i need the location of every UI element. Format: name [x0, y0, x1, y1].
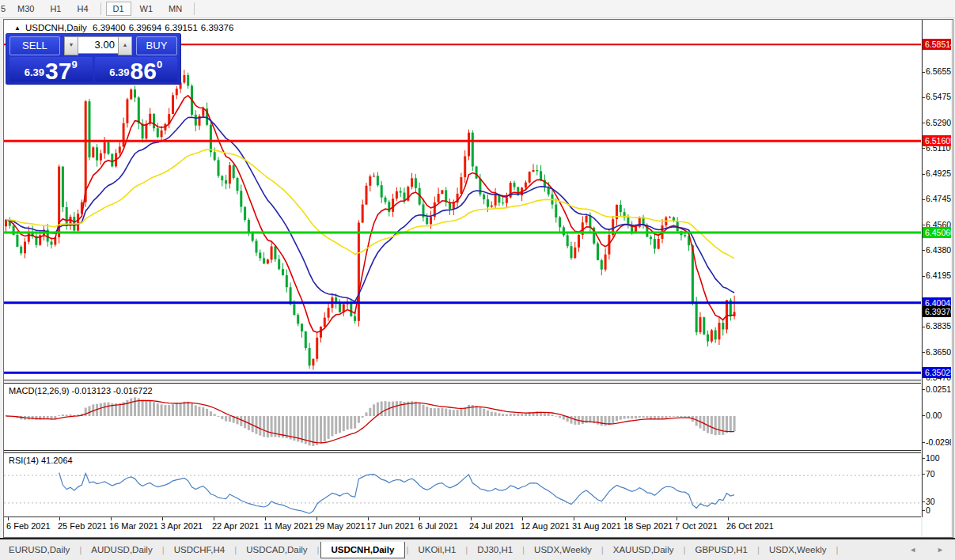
- tab-separator: |: [79, 545, 81, 554]
- ask-price-prefix: 6.39: [109, 66, 129, 78]
- time-axis[interactable]: 6 Feb 202125 Feb 202116 Mar 20213 Apr 20…: [4, 517, 921, 536]
- rsi-tick-label: 0: [926, 505, 930, 515]
- ask-price-big: 86: [131, 60, 157, 81]
- price-axis[interactable]: 6.565506.547506.529006.511006.492506.474…: [923, 20, 951, 536]
- ma-line-medium: [6, 117, 735, 301]
- ohlc-close: 6.39376: [201, 23, 234, 32]
- price-tick-mark: [923, 174, 925, 175]
- one-click-trade-panel: SELL ▼ 3.00 ▲ BUY 6.39 37 9 6.39 86 0: [6, 33, 181, 85]
- chart-tab-usdcnh-daily[interactable]: USDCNH,Daily: [320, 542, 406, 558]
- bid-quote[interactable]: 6.39 37 9: [9, 57, 93, 81]
- rsi-tick-label: 100: [926, 453, 940, 463]
- tab-scroll-arrows: ◄►: [909, 546, 944, 554]
- date-label: 22 Apr 2021: [212, 521, 259, 531]
- date-label: 31 Aug 2021: [572, 521, 621, 531]
- macd-tick-label: 0.00: [926, 411, 942, 420]
- chart-tab-usdx-weekly[interactable]: USDX,Weekly: [525, 542, 601, 558]
- date-tick-mark: [522, 517, 523, 520]
- timeframe-button-h1[interactable]: H1: [43, 2, 68, 16]
- current-price-label: 6.39376: [923, 306, 951, 317]
- ohlc-open: 6.39400: [93, 23, 126, 32]
- volume-increase-icon[interactable]: ▲: [118, 36, 132, 55]
- date-tick-mark: [59, 517, 60, 520]
- price-tick-label: 6.52900: [926, 118, 951, 127]
- date-tick-mark: [471, 517, 472, 520]
- price-tick-mark: [923, 250, 925, 251]
- date-tick-mark: [368, 517, 369, 520]
- expand-triangle-icon[interactable]: ▲: [14, 25, 21, 32]
- rsi-chart: [4, 453, 921, 516]
- chart-tab-dj30-h1[interactable]: DJ30,H1: [468, 542, 521, 558]
- chart-symbol: USDCNH,Daily: [25, 23, 87, 32]
- macd-indicator-pane[interactable]: MACD(12,26,9) -0.013123 -0.016722: [4, 383, 921, 451]
- timeframe-button-m30[interactable]: M30: [10, 2, 41, 16]
- macd-tick-mark: [923, 415, 925, 416]
- date-tick-mark: [574, 517, 574, 520]
- ask-quote[interactable]: 6.39 86 0: [95, 57, 178, 81]
- price-tick-label: 6.47450: [926, 194, 951, 203]
- date-tick-mark: [265, 517, 266, 520]
- date-label: 29 May 2021: [315, 521, 366, 531]
- timeframe-button-5[interactable]: 5: [1, 2, 9, 16]
- date-tick-mark: [625, 517, 626, 520]
- date-tick-mark: [676, 517, 677, 520]
- trade-panel-row2: 6.39 37 9 6.39 86 0: [9, 57, 177, 81]
- date-label: 12 Aug 2021: [521, 521, 570, 531]
- date-label: 26 Oct 2021: [726, 521, 774, 531]
- date-label: 17 Jun 2021: [366, 521, 415, 531]
- tab-separator: |: [234, 545, 237, 554]
- timeframe-button-w1[interactable]: W1: [133, 2, 161, 16]
- tab-separator: |: [757, 545, 760, 554]
- rsi-line: [59, 473, 735, 514]
- chart-tab-xauusd-daily[interactable]: XAUUSD,Daily: [604, 542, 683, 558]
- date-label: 11 May 2021: [263, 521, 313, 531]
- price-tick-mark: [923, 327, 925, 327]
- date-tick-mark: [728, 517, 729, 520]
- level-price-label: 6.51605: [923, 135, 951, 146]
- price-tick-mark: [923, 97, 925, 98]
- tab-separator: |: [406, 545, 408, 554]
- sell-button[interactable]: SELL: [9, 36, 60, 55]
- date-label: 3 Apr 2021: [161, 521, 203, 531]
- tab-separator: |: [465, 545, 468, 554]
- trade-panel-row1: SELL ▼ 3.00 ▲ BUY: [9, 36, 177, 55]
- chart-tab-gbpusd-h1[interactable]: GBPUSD,H1: [686, 542, 756, 558]
- rsi-label: RSI(14) 41.2064: [9, 456, 73, 465]
- tab-scroll-left-icon[interactable]: ◄: [909, 546, 916, 554]
- rsi-indicator-pane[interactable]: RSI(14) 41.2064: [4, 452, 921, 517]
- toolbar-separator: [194, 2, 195, 15]
- timeframe-button-d1[interactable]: D1: [106, 2, 131, 16]
- chart-tab-audusd-daily[interactable]: AUDUSD,Daily: [82, 542, 161, 558]
- date-tick-mark: [419, 517, 420, 520]
- price-tick-mark: [923, 352, 925, 353]
- toolbar-separator: [100, 2, 101, 15]
- volume-decrease-icon[interactable]: ▼: [64, 36, 78, 55]
- chart-tab-eurusd-daily[interactable]: EURUSD,Daily: [0, 542, 78, 558]
- chart-tab-usdcad-daily[interactable]: USDCAD,Daily: [237, 542, 316, 558]
- date-tick-mark: [111, 517, 112, 520]
- tab-separator: |: [601, 545, 604, 554]
- timeframe-button-mn[interactable]: MN: [161, 2, 189, 16]
- rsi-tick-mark: [923, 501, 925, 502]
- macd-tick-label: -0.029888: [926, 437, 951, 447]
- volume-input[interactable]: 3.00: [78, 36, 118, 54]
- bid-price-big: 37: [45, 60, 71, 81]
- level-price-label: 6.58514: [923, 39, 951, 50]
- price-tick-mark: [923, 72, 925, 73]
- price-tick-label: 6.36500: [926, 347, 951, 357]
- price-tick-mark: [923, 225, 925, 225]
- chart-title: ▲USDCNH,Daily 6.394006.396946.391516.393…: [14, 23, 237, 32]
- chart-tab-ukoil-h1[interactable]: UKOil,H1: [409, 542, 464, 558]
- chart-tab-usdchf-h4[interactable]: USDCHF,H4: [165, 542, 234, 558]
- chart-tab-usdx-weekly[interactable]: USDX,Weekly: [760, 542, 836, 558]
- date-label: 6 Feb 2021: [6, 521, 51, 531]
- rsi-tick-mark: [923, 474, 925, 475]
- chart-window: ▲USDCNH,Daily 6.394006.396946.391516.393…: [3, 19, 953, 538]
- rsi-tick-label: 70: [926, 469, 935, 479]
- tab-separator: |: [836, 545, 839, 554]
- candlestick-series: [5, 70, 736, 369]
- timeframe-button-h4[interactable]: H4: [70, 2, 95, 16]
- tab-scroll-right-icon[interactable]: ►: [937, 546, 944, 554]
- buy-button[interactable]: BUY: [136, 36, 177, 55]
- ask-price-pipette: 0: [157, 59, 162, 70]
